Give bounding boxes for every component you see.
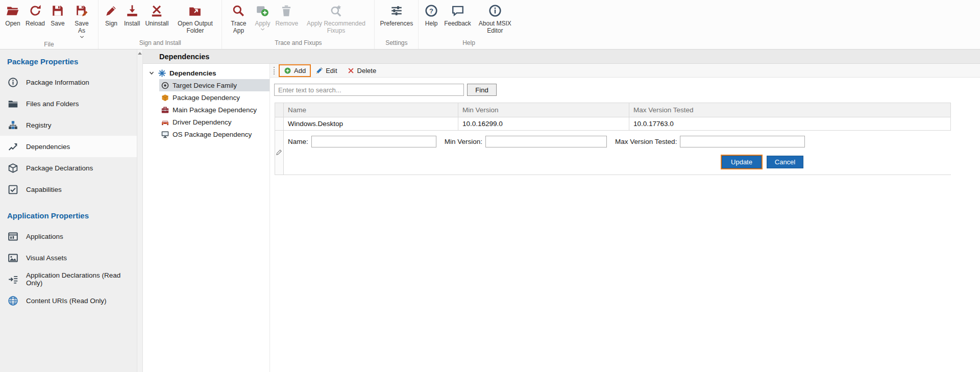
uninstall-icon [149,3,164,18]
sidebar-item-package-information[interactable]: Package Information [0,71,137,93]
search-input[interactable] [274,84,464,96]
uninstall-button[interactable]: Uninstall [142,2,171,28]
button-label: Feedback [444,20,471,27]
sidebar-item-applications[interactable]: Applications [0,226,137,247]
name-field-label: Name: [288,138,308,145]
name-field[interactable] [311,136,436,147]
tree-item-os-package-dependency[interactable]: OS Package Dependency [159,128,270,140]
msix-editor-window: Open Reload Save [0,0,980,372]
declarations-icon [8,274,18,285]
sidebar-item-registry[interactable]: Registry [0,114,137,136]
reload-button[interactable]: Reload [23,2,47,28]
search-row: Find [270,78,980,103]
ribbon-group-label: File [3,39,95,49]
button-label: Apply Recommended Fixups [303,20,369,35]
package-box-icon [161,93,169,102]
button-label: Save As [70,20,93,35]
install-button[interactable]: Install [121,2,142,28]
sign-button[interactable]: Sign [101,2,121,28]
ribbon-group-settings: Preferences Settings [374,0,418,49]
open-folder-icon [5,3,20,18]
min-version-field-group: Min Version: [445,136,607,147]
sidebar-scrollbar[interactable] [137,49,143,372]
toolbox-icon [161,106,169,114]
sidebar-item-label: Dependencies [26,143,70,151]
save-button[interactable]: Save [47,2,68,28]
column-header-min-version[interactable]: Min Version [458,103,629,117]
sidebar-item-label: Registry [26,121,52,129]
save-as-icon [74,3,89,18]
apply-button[interactable]: Apply [252,2,273,32]
toolbar-button-label: Delete [357,67,377,75]
find-button[interactable]: Find [467,84,497,96]
sliders-icon [389,3,404,18]
toolbar-grip-handle[interactable] [274,67,275,75]
table-row[interactable]: Windows.Desktop 10.0.16299.0 10.0.17763.… [275,117,951,131]
target-icon [161,81,169,90]
dependencies-icon [8,141,18,152]
sidebar-item-files-and-folders[interactable]: Files and Folders [0,93,137,114]
save-icon [50,3,65,18]
sidebar-item-capabilities[interactable]: Capabilities [0,179,137,200]
tree-item-target-device-family[interactable]: Target Device Family [159,79,270,91]
toolbar-button-label: Add [294,67,306,75]
sidebar-item-label: Files and Folders [26,100,79,108]
car-icon [161,118,169,127]
reload-icon [28,3,43,18]
edit-button[interactable]: Edit [311,65,341,76]
table-header-row: Name Min Version Max Version Tested [275,103,951,117]
sidebar-item-content-uris[interactable]: Content URIs (Read Only) [0,290,137,311]
update-button[interactable]: Update [722,156,762,168]
open-output-folder-button[interactable]: Open Output Folder [171,2,219,36]
preferences-button[interactable]: Preferences [377,2,415,28]
output-folder-icon [187,3,203,18]
sidebar-item-package-declarations[interactable]: Package Declarations [0,157,137,179]
min-version-field[interactable] [485,136,607,147]
sidebar-item-application-declarations[interactable]: Application Declarations (Read Only) [0,268,137,290]
save-as-button[interactable]: Save As [68,2,95,39]
globe-icon [8,295,18,306]
max-version-tested-field[interactable] [680,136,805,147]
info-circle-icon [487,3,503,18]
tree-root-dependencies[interactable]: Dependencies [143,67,270,79]
add-button[interactable]: Add [280,65,310,76]
sidebar-item-label: Application Declarations (Read Only) [26,271,129,287]
sidebar-item-label: Package Information [26,79,89,86]
add-plus-icon [284,67,291,75]
ribbon-group-file: Open Reload Save [0,0,98,49]
tree-expander-icon[interactable] [149,70,155,76]
button-label: Apply [255,20,270,27]
button-label: Reload [26,20,45,27]
gear-asterisk-icon [158,69,166,78]
remove-button[interactable]: Remove [273,2,300,28]
tree-item-driver-dependency[interactable]: Driver Dependency [159,116,270,128]
sidebar-item-visual-assets[interactable]: Visual Assets [0,247,137,268]
sidebar-item-label: Visual Assets [26,254,67,262]
column-header-max-version-tested[interactable]: Max Version Tested [629,103,951,117]
max-version-field-group: Max Version Tested: [615,136,805,147]
tree-item-package-dependency[interactable]: Package Dependency [159,91,270,104]
column-header-name[interactable]: Name [284,103,458,117]
dependencies-tree: Dependencies Target Device Family Packag… [143,64,270,372]
cancel-button[interactable]: Cancel [767,156,803,168]
dependencies-table: Name Min Version Max Version Tested Wind… [275,103,951,175]
edit-pencil-icon [276,149,282,157]
apply-recommended-fixups-button[interactable]: Apply Recommended Fixups [300,2,372,36]
monitor-icon [161,130,169,139]
tree-item-main-package-dependency[interactable]: Main Package Dependency [159,104,270,116]
open-button[interactable]: Open [3,2,23,28]
navigation-sidebar: Package Properties Package Information F… [0,49,137,372]
ribbon-group-help: ? Help Feedback About MSIX Editor [418,0,519,49]
question-mark-icon: ? [424,3,439,18]
about-msix-editor-button[interactable]: About MSIX Editor [474,2,517,36]
sign-pen-icon [104,3,119,18]
magnifier-icon [231,3,246,18]
delete-button[interactable]: Delete [343,65,381,76]
trace-app-button[interactable]: Trace App [225,2,252,36]
help-button[interactable]: ? Help [421,2,442,28]
scroll-up-arrow-icon[interactable] [138,52,142,55]
sidebar-item-dependencies[interactable]: Dependencies [0,136,137,157]
name-field-group: Name: [288,136,436,147]
feedback-button[interactable]: Feedback [442,2,474,28]
tree-item-label: OS Package Dependency [173,131,252,138]
